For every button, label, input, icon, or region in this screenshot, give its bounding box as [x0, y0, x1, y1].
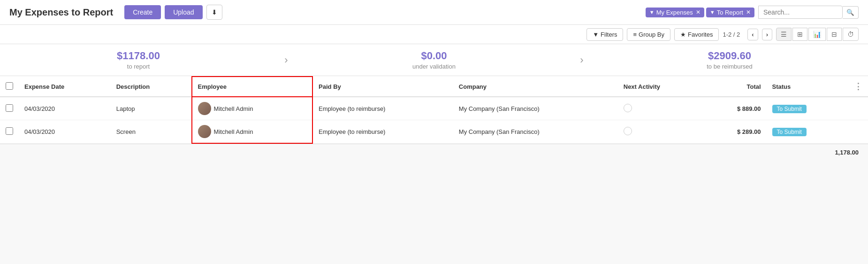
- row-paid-by-0: Employee (to reimburse): [312, 97, 453, 120]
- footer-total: 1,178.00: [835, 149, 859, 156]
- col-header-paid-by: Paid By: [312, 77, 453, 97]
- view-buttons: ☰ ⊞ 📊 ⊟ ⏱: [776, 28, 859, 41]
- col-options-header: ⋮: [848, 77, 868, 97]
- pagination: 1-2 / 2: [723, 31, 740, 38]
- page-title: My Expenses to Report: [9, 7, 113, 18]
- grid-view-button[interactable]: ⊟: [827, 28, 842, 41]
- select-all-header: [0, 77, 19, 97]
- row-date-0: 04/03/2020: [19, 97, 111, 120]
- col-header-company: Company: [453, 77, 618, 97]
- summary-bar: $1178.00 to report › $0.00 under validat…: [0, 44, 868, 76]
- star-icon: ★: [680, 31, 686, 38]
- summary-label-reimburse: to be reimbursed: [591, 63, 868, 70]
- column-options-icon[interactable]: ⋮: [854, 82, 862, 91]
- col-header-description: Description: [111, 77, 192, 97]
- status-badge-0: To Submit: [772, 105, 807, 113]
- table-row: 04/03/2020 Screen Mitchell Admin Employe…: [0, 120, 868, 144]
- groupby-label: Group By: [639, 31, 664, 38]
- favorites-button[interactable]: ★ Favorites: [674, 28, 719, 41]
- summary-amount-report: $1178.00: [0, 50, 277, 62]
- summary-arrow-2[interactable]: ›: [572, 54, 591, 66]
- download-button[interactable]: ⬇: [206, 5, 222, 20]
- row-activity-1: [618, 120, 704, 144]
- search-input[interactable]: [758, 6, 843, 19]
- row-paid-by-1: Employee (to reimburse): [312, 120, 453, 144]
- row-status-0: To Submit: [767, 97, 848, 120]
- row-activity-0: [618, 97, 704, 120]
- status-badge-1: To Submit: [772, 128, 807, 136]
- row-status-1: To Submit: [767, 120, 848, 144]
- toolbar: ▼ Filters ≡ Group By ★ Favorites 1-2 / 2…: [0, 25, 868, 44]
- col-header-total: Total: [704, 77, 767, 97]
- pagination-text: 1-2 / 2: [723, 31, 740, 38]
- table-footer: 1,178.00: [0, 144, 868, 161]
- summary-amount-reimburse: $2909.60: [591, 50, 868, 62]
- row-company-0: My Company (San Francisco): [453, 97, 618, 120]
- summary-arrow-1[interactable]: ›: [277, 54, 296, 66]
- col-header-employee: Employee: [192, 77, 313, 97]
- list-view-button[interactable]: ☰: [776, 28, 792, 41]
- select-all-checkbox[interactable]: [6, 82, 13, 90]
- employee-name-0: Mitchell Admin: [214, 105, 253, 112]
- expenses-table: Expense Date Description Employee Paid B…: [0, 76, 868, 144]
- table-header-row: Expense Date Description Employee Paid B…: [0, 77, 868, 97]
- summary-to-reimburse: $2909.60 to be reimbursed: [591, 50, 868, 70]
- filters-label: Filters: [601, 31, 617, 38]
- col-header-next-activity: Next Activity: [618, 77, 704, 97]
- filter-tags: ▼ My Expenses ✕ ▼ To Report ✕: [646, 8, 754, 17]
- col-header-status: Status: [767, 77, 848, 97]
- kanban-view-button[interactable]: ⊞: [792, 28, 807, 41]
- top-bar-right: ▼ My Expenses ✕ ▼ To Report ✕ 🔍: [646, 6, 859, 19]
- summary-under-validation: $0.00 under validation: [296, 50, 572, 70]
- favorites-label: Favorites: [688, 31, 713, 38]
- col-header-date: Expense Date: [19, 77, 111, 97]
- filters-button[interactable]: ▼ Filters: [586, 28, 623, 41]
- filter-tag-close-2[interactable]: ✕: [746, 9, 751, 16]
- row-description-0: Laptop: [111, 97, 192, 120]
- row-checkbox-cell: [0, 120, 19, 144]
- table-body: 04/03/2020 Laptop Mitchell Admin Employe…: [0, 97, 868, 143]
- row-employee-1: Mitchell Admin: [192, 120, 313, 144]
- table-row: 04/03/2020 Laptop Mitchell Admin Employe…: [0, 97, 868, 120]
- row-checkbox-0[interactable]: [6, 104, 13, 112]
- clock-view-button[interactable]: ⏱: [843, 28, 859, 41]
- groupby-icon: ≡: [633, 31, 637, 38]
- row-date-1: 04/03/2020: [19, 120, 111, 144]
- filter-tag-label-2: To Report: [717, 9, 743, 16]
- content-area: [0, 161, 868, 255]
- filter-icon-1: ▼: [649, 9, 655, 15]
- row-options-1: [848, 120, 868, 144]
- row-checkbox-cell: [0, 97, 19, 120]
- row-total-0: $ 889.00: [704, 97, 767, 120]
- row-options-0: [848, 97, 868, 120]
- activity-circle-1[interactable]: [624, 127, 632, 135]
- summary-amount-validation: $0.00: [296, 50, 572, 62]
- next-page-button[interactable]: ›: [762, 29, 772, 40]
- create-button[interactable]: Create: [124, 5, 161, 19]
- avatar-1: [198, 125, 211, 138]
- chart-view-button[interactable]: 📊: [808, 28, 826, 41]
- filter-icon: ▼: [593, 31, 599, 38]
- row-employee-0: Mitchell Admin: [192, 97, 313, 120]
- row-description-1: Screen: [111, 120, 192, 144]
- filter-tag-to-report[interactable]: ▼ To Report ✕: [706, 8, 754, 17]
- top-bar: My Expenses to Report Create Upload ⬇ ▼ …: [0, 0, 868, 25]
- row-company-1: My Company (San Francisco): [453, 120, 618, 144]
- filter-tag-close-1[interactable]: ✕: [696, 9, 700, 16]
- summary-to-report: $1178.00 to report: [0, 50, 277, 70]
- summary-label-report: to report: [0, 63, 277, 70]
- download-icon: ⬇: [212, 8, 217, 16]
- row-checkbox-1[interactable]: [6, 127, 13, 135]
- filter-tag-label-1: My Expenses: [656, 9, 693, 16]
- prev-page-button[interactable]: ‹: [747, 29, 758, 40]
- filter-tag-my-expenses[interactable]: ▼ My Expenses ✕: [646, 8, 704, 17]
- employee-name-1: Mitchell Admin: [214, 128, 253, 135]
- search-wrapper: 🔍: [758, 6, 859, 19]
- search-button[interactable]: 🔍: [843, 6, 859, 19]
- upload-button[interactable]: Upload: [165, 5, 202, 19]
- groupby-button[interactable]: ≡ Group By: [627, 28, 670, 41]
- row-total-1: $ 289.00: [704, 120, 767, 144]
- activity-circle-0[interactable]: [624, 104, 632, 112]
- filter-icon-2: ▼: [710, 9, 715, 15]
- table-wrapper: Expense Date Description Employee Paid B…: [0, 76, 868, 144]
